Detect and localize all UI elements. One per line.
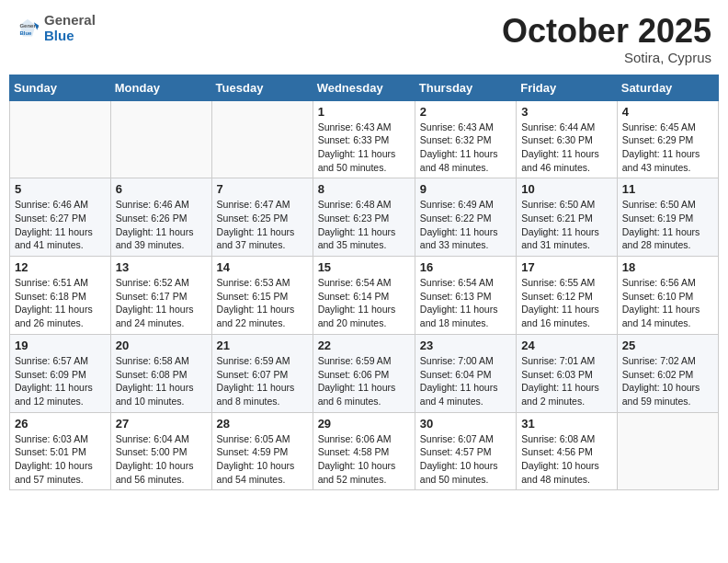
- calendar-day-cell: 23Sunrise: 7:00 AM Sunset: 6:04 PM Dayli…: [415, 334, 516, 412]
- day-info: Sunrise: 7:00 AM Sunset: 6:04 PM Dayligh…: [420, 354, 511, 408]
- day-number: 20: [116, 339, 207, 352]
- day-number: 13: [116, 260, 207, 274]
- calendar-day-cell: 9Sunrise: 6:49 AM Sunset: 6:22 PM Daylig…: [415, 178, 516, 257]
- calendar-day-cell: [211, 100, 313, 178]
- day-info: Sunrise: 6:56 AM Sunset: 6:10 PM Dayligh…: [622, 276, 713, 330]
- calendar-day-cell: 19Sunrise: 6:57 AM Sunset: 6:09 PM Dayli…: [10, 334, 111, 412]
- day-number: 8: [318, 182, 410, 196]
- day-info: Sunrise: 6:05 AM Sunset: 4:59 PM Dayligh…: [217, 432, 308, 487]
- day-number: 6: [116, 182, 207, 196]
- day-info: Sunrise: 6:03 AM Sunset: 5:01 PM Dayligh…: [15, 432, 106, 487]
- day-number: 18: [622, 260, 713, 274]
- calendar-day-cell: 12Sunrise: 6:51 AM Sunset: 6:18 PM Dayli…: [10, 257, 111, 335]
- calendar-day-cell: 31Sunrise: 6:08 AM Sunset: 4:56 PM Dayli…: [517, 412, 618, 490]
- day-number: 19: [15, 339, 106, 352]
- calendar-day-cell: 6Sunrise: 6:46 AM Sunset: 6:26 PM Daylig…: [110, 178, 211, 257]
- day-number: 3: [521, 105, 612, 119]
- logo-general-text: General: [44, 13, 96, 29]
- day-info: Sunrise: 6:53 AM Sunset: 6:15 PM Dayligh…: [217, 276, 308, 330]
- day-of-week-header: Sunday: [10, 75, 111, 100]
- day-number: 29: [318, 417, 410, 431]
- calendar-day-cell: 25Sunrise: 7:02 AM Sunset: 6:02 PM Dayli…: [617, 334, 718, 412]
- day-info: Sunrise: 6:08 AM Sunset: 4:56 PM Dayligh…: [521, 432, 612, 487]
- day-number: 17: [521, 260, 612, 274]
- calendar-day-cell: 21Sunrise: 6:59 AM Sunset: 6:07 PM Dayli…: [211, 334, 313, 412]
- day-info: Sunrise: 6:07 AM Sunset: 4:57 PM Dayligh…: [420, 432, 511, 487]
- day-number: 31: [521, 417, 612, 431]
- day-info: Sunrise: 6:59 AM Sunset: 6:06 PM Dayligh…: [318, 354, 410, 408]
- calendar-day-cell: 15Sunrise: 6:54 AM Sunset: 6:14 PM Dayli…: [313, 257, 415, 335]
- day-info: Sunrise: 6:54 AM Sunset: 6:13 PM Dayligh…: [420, 276, 511, 330]
- calendar-day-cell: 3Sunrise: 6:44 AM Sunset: 6:30 PM Daylig…: [517, 100, 618, 178]
- day-number: 15: [318, 260, 410, 274]
- calendar-day-cell: 11Sunrise: 6:50 AM Sunset: 6:19 PM Dayli…: [617, 178, 718, 257]
- day-number: 7: [217, 182, 308, 196]
- day-number: 27: [116, 417, 207, 431]
- calendar-day-cell: 16Sunrise: 6:54 AM Sunset: 6:13 PM Dayli…: [415, 257, 516, 335]
- calendar-day-cell: 29Sunrise: 6:06 AM Sunset: 4:58 PM Dayli…: [313, 412, 415, 490]
- calendar-week-row: 1Sunrise: 6:43 AM Sunset: 6:33 PM Daylig…: [10, 100, 719, 178]
- calendar-day-cell: 26Sunrise: 6:03 AM Sunset: 5:01 PM Dayli…: [10, 412, 111, 490]
- day-of-week-header: Friday: [517, 75, 618, 100]
- day-info: Sunrise: 6:57 AM Sunset: 6:09 PM Dayligh…: [15, 354, 106, 408]
- day-number: 25: [622, 339, 713, 352]
- day-number: 4: [622, 105, 713, 119]
- day-number: 1: [318, 105, 410, 119]
- calendar-day-cell: 5Sunrise: 6:46 AM Sunset: 6:27 PM Daylig…: [10, 178, 111, 257]
- day-info: Sunrise: 7:01 AM Sunset: 6:03 PM Dayligh…: [521, 354, 612, 408]
- day-info: Sunrise: 6:49 AM Sunset: 6:22 PM Dayligh…: [420, 198, 511, 252]
- day-info: Sunrise: 7:02 AM Sunset: 6:02 PM Dayligh…: [622, 354, 713, 408]
- day-info: Sunrise: 6:46 AM Sunset: 6:26 PM Dayligh…: [116, 198, 207, 252]
- day-number: 24: [521, 339, 612, 352]
- calendar-day-cell: 18Sunrise: 6:56 AM Sunset: 6:10 PM Dayli…: [617, 257, 718, 335]
- day-info: Sunrise: 6:48 AM Sunset: 6:23 PM Dayligh…: [318, 198, 410, 252]
- day-number: 30: [420, 417, 511, 431]
- calendar-day-cell: [10, 100, 111, 178]
- calendar-day-cell: 20Sunrise: 6:58 AM Sunset: 6:08 PM Dayli…: [110, 334, 211, 412]
- title-block: October 2025 Sotira, Cyprus: [502, 13, 711, 65]
- calendar-day-cell: 17Sunrise: 6:55 AM Sunset: 6:12 PM Dayli…: [517, 257, 618, 335]
- day-info: Sunrise: 6:51 AM Sunset: 6:18 PM Dayligh…: [15, 276, 106, 330]
- day-number: 23: [420, 339, 511, 352]
- day-info: Sunrise: 6:58 AM Sunset: 6:08 PM Dayligh…: [116, 354, 207, 408]
- day-info: Sunrise: 6:50 AM Sunset: 6:19 PM Dayligh…: [622, 198, 713, 252]
- day-info: Sunrise: 6:44 AM Sunset: 6:30 PM Dayligh…: [521, 121, 612, 175]
- calendar-day-cell: 8Sunrise: 6:48 AM Sunset: 6:23 PM Daylig…: [313, 178, 415, 257]
- calendar-day-cell: 28Sunrise: 6:05 AM Sunset: 4:59 PM Dayli…: [211, 412, 313, 490]
- day-info: Sunrise: 6:59 AM Sunset: 6:07 PM Dayligh…: [217, 354, 308, 408]
- day-info: Sunrise: 6:50 AM Sunset: 6:21 PM Dayligh…: [521, 198, 612, 252]
- calendar-day-cell: [110, 100, 211, 178]
- day-number: 10: [521, 182, 612, 196]
- calendar-header-row: SundayMondayTuesdayWednesdayThursdayFrid…: [10, 75, 719, 100]
- month-title: October 2025: [502, 13, 711, 50]
- calendar-day-cell: 24Sunrise: 7:01 AM Sunset: 6:03 PM Dayli…: [517, 334, 618, 412]
- day-info: Sunrise: 6:52 AM Sunset: 6:17 PM Dayligh…: [116, 276, 207, 330]
- day-of-week-header: Monday: [110, 75, 211, 100]
- day-number: 22: [318, 339, 410, 352]
- day-number: 2: [420, 105, 511, 119]
- calendar-day-cell: [617, 412, 718, 490]
- day-of-week-header: Tuesday: [211, 75, 313, 100]
- calendar-day-cell: 4Sunrise: 6:45 AM Sunset: 6:29 PM Daylig…: [617, 100, 718, 178]
- calendar-day-cell: 13Sunrise: 6:52 AM Sunset: 6:17 PM Dayli…: [110, 257, 211, 335]
- day-info: Sunrise: 6:46 AM Sunset: 6:27 PM Dayligh…: [15, 198, 106, 252]
- calendar-week-row: 5Sunrise: 6:46 AM Sunset: 6:27 PM Daylig…: [10, 178, 719, 257]
- calendar-day-cell: 27Sunrise: 6:04 AM Sunset: 5:00 PM Dayli…: [110, 412, 211, 490]
- calendar-day-cell: 22Sunrise: 6:59 AM Sunset: 6:06 PM Dayli…: [313, 334, 415, 412]
- day-info: Sunrise: 6:45 AM Sunset: 6:29 PM Dayligh…: [622, 121, 713, 175]
- day-of-week-header: Thursday: [415, 75, 516, 100]
- calendar-week-row: 26Sunrise: 6:03 AM Sunset: 5:01 PM Dayli…: [10, 412, 719, 490]
- day-number: 12: [15, 260, 106, 274]
- day-info: Sunrise: 6:47 AM Sunset: 6:25 PM Dayligh…: [217, 198, 308, 252]
- day-number: 9: [420, 182, 511, 196]
- page-header: General Blue General Blue October 2025 S…: [9, 9, 719, 69]
- day-info: Sunrise: 6:43 AM Sunset: 6:32 PM Dayligh…: [420, 121, 511, 175]
- day-number: 11: [622, 182, 713, 196]
- calendar-week-row: 19Sunrise: 6:57 AM Sunset: 6:09 PM Dayli…: [10, 334, 719, 412]
- day-info: Sunrise: 6:55 AM Sunset: 6:12 PM Dayligh…: [521, 276, 612, 330]
- day-number: 5: [15, 182, 106, 196]
- calendar-table: SundayMondayTuesdayWednesdayThursdayFrid…: [9, 75, 719, 491]
- logo-blue-text: Blue: [44, 29, 96, 44]
- day-number: 16: [420, 260, 511, 274]
- day-info: Sunrise: 6:06 AM Sunset: 4:58 PM Dayligh…: [318, 432, 410, 487]
